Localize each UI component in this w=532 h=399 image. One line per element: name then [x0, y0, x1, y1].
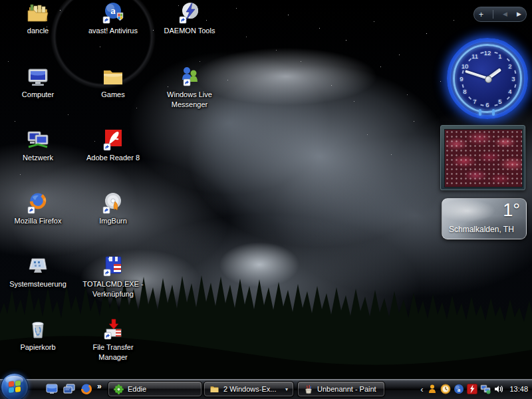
- taskbar-button-label: Eddie: [128, 385, 146, 393]
- desktop-icon-firefox[interactable]: Mozilla Firefox: [5, 192, 71, 226]
- quicklaunch-overflow-chevron[interactable]: »: [97, 382, 102, 391]
- icq-status-tray-icon[interactable]: [427, 384, 438, 394]
- slideshow-gadget[interactable]: [440, 125, 525, 190]
- firefox-glyph: [80, 382, 93, 396]
- clock-numeral: 1: [498, 53, 501, 60]
- desktop-icon-systemsteuerung[interactable]: Systemsteuerung: [5, 255, 71, 289]
- desktop-icon-dancle[interactable]: dancle: [5, 1, 71, 36]
- desktop-icon-label: Computer: [5, 90, 71, 100]
- neon-tube-end: [479, 109, 481, 116]
- clock-numeral: 4: [508, 88, 511, 95]
- group-dropdown-caret[interactable]: ▾: [285, 386, 288, 392]
- desktop-icon-label: File Transfer Manager: [80, 342, 146, 362]
- clock-numeral: 5: [498, 98, 501, 105]
- taskbar-button-label: Unbenannt - Paint: [317, 385, 376, 393]
- switch-windows-icon[interactable]: [63, 382, 76, 396]
- clock-numeral: 9: [460, 75, 463, 82]
- start-button[interactable]: [1, 373, 29, 399]
- vista-desktop: dancle a avast! Antivirus DAEMON Tools: [0, 0, 532, 399]
- network-tray-icon[interactable]: [480, 384, 491, 394]
- weather-location: Schmalkalden, TH: [449, 225, 514, 234]
- daemon-tools-tray-icon[interactable]: [467, 384, 477, 394]
- desktop-icon-daemon-tools[interactable]: DAEMON Tools: [156, 1, 223, 36]
- clock-numeral: 11: [471, 53, 478, 60]
- computer-icon: [26, 65, 50, 89]
- desktop-icon-windows-live-messenger[interactable]: Windows Live Messenger: [156, 65, 223, 110]
- paint-cup-icon: [303, 384, 313, 394]
- folder-files-icon: [26, 1, 50, 25]
- svg-text:✝: ✝: [108, 257, 111, 261]
- weather-temperature: 1°: [503, 200, 520, 221]
- clock-numeral: 3: [511, 75, 515, 82]
- desktop-icon-games[interactable]: Games: [80, 65, 146, 100]
- desktop-icon-papierkorb[interactable]: Papierkorb: [5, 318, 71, 352]
- taskbar-button-label: 2 Windows-Ex...: [223, 385, 276, 393]
- desktop-icon-label: Systemsteuerung: [5, 279, 71, 289]
- avast-icon: a: [101, 1, 125, 25]
- scheduler-clock-tray-icon[interactable]: [440, 384, 451, 394]
- show-desktop-glyph: [45, 382, 59, 396]
- desktop-icon-label: Windows Live Messenger: [156, 90, 223, 110]
- weather-gadget[interactable]: 1° Schmalkalden, TH: [442, 198, 527, 239]
- prev-gadget-button[interactable]: ◀: [503, 11, 507, 17]
- slideshow-photo-leaves: [444, 129, 523, 188]
- file-transfer-icon: [101, 318, 125, 342]
- folder-icon: [101, 65, 125, 89]
- total-commander-icon: ✝: [101, 255, 125, 279]
- clock-numeral: 6: [485, 101, 489, 108]
- volume-tray-icon[interactable]: [493, 384, 504, 394]
- desktop-icon-label: Adobe Reader 8: [80, 153, 146, 163]
- clock-numeral: 12: [484, 49, 491, 57]
- switch-windows-glyph: [63, 382, 76, 396]
- desktop-icon-avast[interactable]: a avast! Antivirus: [80, 1, 146, 36]
- desktop-icon-label: ImgBurn: [80, 216, 146, 226]
- desktop-icon-label: dancle: [5, 26, 71, 36]
- taskbar-clock[interactable]: 13:48: [509, 385, 528, 393]
- recycle-bin-icon: [26, 318, 50, 342]
- messenger-icon: [178, 65, 201, 89]
- desktop-icon-adobe-reader[interactable]: Adobe Reader 8: [80, 128, 146, 163]
- next-gadget-button[interactable]: ▶: [517, 11, 521, 17]
- desktop-icon-label: Papierkorb: [5, 342, 71, 352]
- network-icon: [26, 128, 50, 152]
- desktop-icon-label: avast! Antivirus: [80, 26, 146, 36]
- svg-text:a: a: [458, 386, 461, 393]
- desktop-icon-imgburn[interactable]: ImgBurn: [80, 192, 146, 226]
- folder-icon: [209, 384, 219, 394]
- firefox-quicklaunch-icon[interactable]: [80, 382, 93, 396]
- taskbar-button-eddie[interactable]: Eddie: [108, 381, 202, 397]
- adobe-reader-icon: [101, 128, 125, 152]
- neon-tube-end: [492, 109, 495, 116]
- clock-numeral: 7: [473, 98, 476, 105]
- tray-expand-chevron[interactable]: ‹: [420, 384, 423, 394]
- imgburn-icon: [101, 192, 125, 215]
- firefox-icon: [26, 192, 50, 215]
- control-panel-icon: [26, 255, 50, 279]
- daemon-tools-icon: [178, 1, 201, 25]
- desktop-icon-file-transfer-manager[interactable]: File Transfer Manager: [80, 318, 146, 362]
- desktop-icon-netzwerk[interactable]: Netzwerk: [5, 128, 71, 163]
- add-gadget-button[interactable]: +: [479, 11, 483, 19]
- desktop-icon-label: DAEMON Tools: [156, 26, 223, 36]
- desktop-icon-computer[interactable]: Computer: [5, 65, 71, 100]
- clock-numeral: 10: [462, 63, 469, 70]
- desktop-icon-totalcmd[interactable]: ✝ TOTALCMD.EXE - Verknüpfung: [80, 255, 146, 299]
- show-desktop-icon[interactable]: [45, 382, 59, 396]
- svg-text:a: a: [110, 5, 116, 16]
- clock-hub: [485, 76, 492, 83]
- clock-gadget[interactable]: 12 1 2 3 4 5 6 7 8 9 10 11: [447, 38, 528, 119]
- avast-tray-icon[interactable]: a: [454, 384, 464, 394]
- icq-flower-icon: [114, 384, 124, 394]
- desktop-icon-label: Netzwerk: [5, 153, 71, 163]
- taskbar-button-paint[interactable]: Unbenannt - Paint: [297, 381, 385, 397]
- clock-numeral: 8: [463, 88, 466, 95]
- divider: [493, 10, 493, 19]
- windows-logo-icon: [9, 380, 21, 393]
- gadget-control-bar: + ◀ ▶: [473, 7, 527, 22]
- desktop-icon-label: Mozilla Firefox: [5, 216, 71, 226]
- clock-numeral: 2: [508, 63, 511, 70]
- system-tray: ‹ a 13:48: [420, 379, 532, 399]
- taskbar-button-explorer-group[interactable]: 2 Windows-Ex... ▾: [203, 381, 294, 397]
- desktop-icon-label: TOTALCMD.EXE - Verknüpfung: [80, 279, 146, 299]
- desktop-icon-label: Games: [80, 90, 146, 100]
